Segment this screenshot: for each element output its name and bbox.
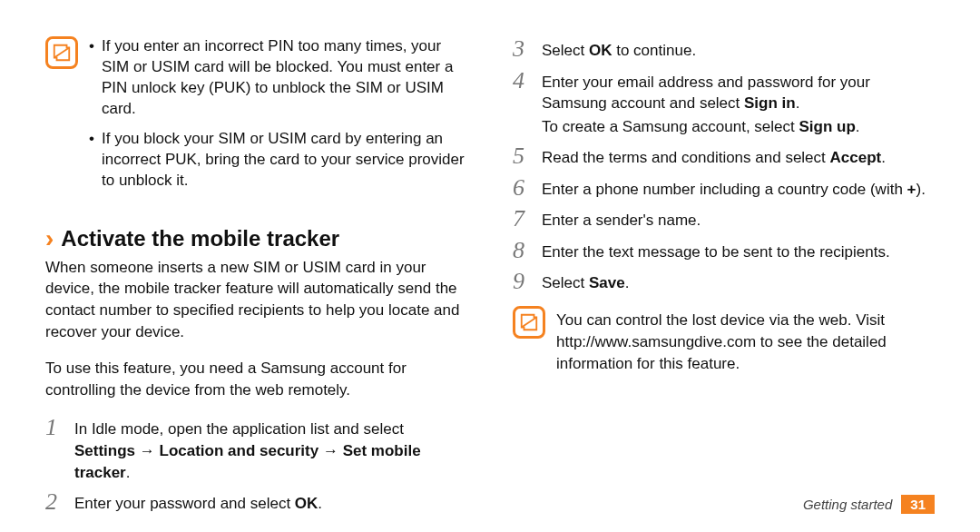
- page-footer: Getting started 31: [803, 495, 935, 514]
- step-6: 6 Enter a phone number including a count…: [513, 175, 935, 202]
- paragraph: When someone inserts a new SIM or USIM c…: [45, 257, 467, 343]
- step-7: 7 Enter a sender's name.: [513, 206, 935, 232]
- step-2: 2 Enter your password and select OK.: [45, 489, 467, 516]
- section-heading-row: › Activate the mobile tracker: [45, 226, 467, 251]
- text: To create a Samsung account, select: [542, 118, 799, 135]
- steps: 3 Select OK to continue. 4 Enter your em…: [513, 36, 935, 300]
- text: Enter your email address and password fo…: [542, 74, 870, 113]
- text-bold: Sign in: [744, 94, 796, 112]
- step-text: Enter the text message to be sent to the…: [542, 238, 935, 264]
- step-4: 4 Enter your email address and password …: [513, 68, 935, 138]
- paragraph: To use this feature, you need a Samsung …: [45, 358, 467, 401]
- step-text: Read the terms and conditions and select…: [542, 143, 935, 170]
- text: Enter your password and select: [74, 495, 295, 512]
- step-8: 8 Enter the text message to be sent to t…: [513, 238, 935, 264]
- note-icon: [45, 36, 78, 69]
- text-bold: OK: [295, 495, 318, 512]
- step-1: 1 In Idle mode, open the application lis…: [45, 415, 467, 483]
- left-column: If you enter an incorrect PIN too many t…: [45, 36, 467, 514]
- steps: 1 In Idle mode, open the application lis…: [45, 415, 467, 520]
- text-bold: OK: [589, 42, 612, 59]
- text-bold: +: [907, 181, 916, 198]
- step-number: 2: [45, 489, 62, 516]
- chevron-right-icon: ›: [45, 226, 54, 251]
- text: .: [856, 118, 860, 135]
- step-text: Select Save.: [542, 269, 935, 295]
- right-column: 3 Select OK to continue. 4 Enter your em…: [513, 36, 935, 514]
- text: Read the terms and conditions and select: [542, 149, 830, 166]
- note-bullets: If you enter an incorrect PIN too many t…: [89, 36, 467, 192]
- text-bold: Sign up: [799, 118, 856, 135]
- step-number: 9: [513, 269, 529, 295]
- section-heading: Activate the mobile tracker: [61, 226, 339, 251]
- step-subtext: To create a Samsung account, select Sign…: [542, 116, 935, 138]
- text: In Idle mode, open the application list …: [74, 420, 404, 438]
- text: .: [881, 149, 886, 166]
- step-number: 4: [513, 68, 529, 138]
- note-bullet: If you block your SIM or USIM card by en…: [89, 129, 467, 192]
- text-bold: Save: [589, 274, 625, 291]
- text: Select: [542, 42, 589, 59]
- step-text: Select OK to continue.: [542, 36, 935, 63]
- step-number: 1: [45, 415, 62, 483]
- text: Enter a phone number including a country…: [542, 181, 907, 198]
- step-3: 3 Select OK to continue.: [513, 36, 935, 63]
- step-text: In Idle mode, open the application list …: [74, 415, 467, 483]
- page: If you enter an incorrect PIN too many t…: [0, 0, 980, 532]
- step-number: 3: [513, 36, 529, 63]
- step-number: 7: [513, 206, 529, 232]
- step-number: 6: [513, 175, 529, 202]
- text: ).: [916, 181, 926, 198]
- footer-section-name: Getting started: [803, 497, 892, 512]
- note-icon: [513, 306, 545, 339]
- text: to continue.: [612, 42, 696, 59]
- step-text: Enter your email address and password fo…: [542, 68, 935, 138]
- step-9: 9 Select Save.: [513, 269, 935, 295]
- note-box: If you enter an incorrect PIN too many t…: [45, 36, 467, 201]
- step-number: 5: [513, 143, 529, 170]
- note-box: You can control the lost device via the …: [513, 306, 935, 374]
- text-bold: Accept: [830, 149, 882, 166]
- text: .: [126, 464, 131, 481]
- page-number: 31: [901, 495, 935, 514]
- step-number: 8: [513, 238, 529, 264]
- text: Select: [542, 274, 589, 291]
- step-text: Enter a sender's name.: [542, 206, 935, 232]
- step-text: Enter your password and select OK.: [74, 489, 467, 516]
- note-bullet: If you enter an incorrect PIN too many t…: [89, 36, 467, 120]
- note-text: You can control the lost device via the …: [556, 306, 935, 374]
- text: .: [625, 274, 630, 291]
- step-5: 5 Read the terms and conditions and sele…: [513, 143, 935, 170]
- text: .: [796, 94, 800, 112]
- step-text: Enter a phone number including a country…: [542, 175, 935, 202]
- note-content: If you enter an incorrect PIN too many t…: [89, 36, 467, 201]
- text: .: [318, 495, 322, 512]
